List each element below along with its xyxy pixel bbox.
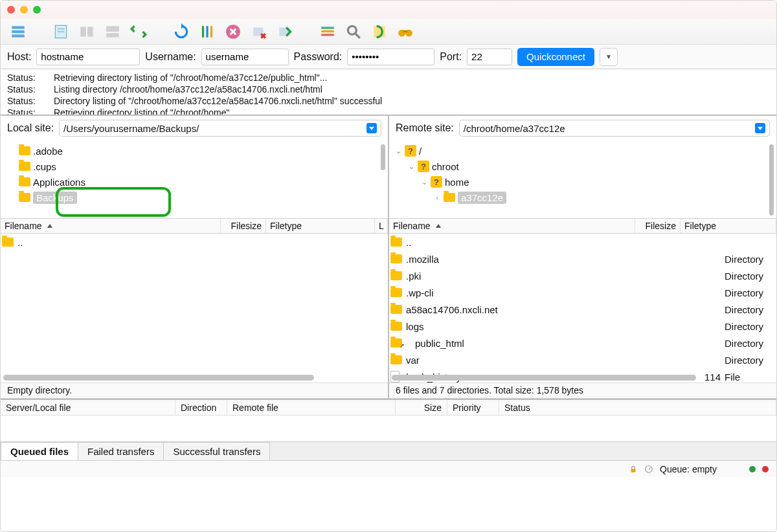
process-queue-icon[interactable] [196, 22, 218, 41]
log-row: Status:Retrieving directory listing of "… [7, 107, 770, 116]
quickconnect-bar: Host: Username: Password: Port: Quickcon… [1, 45, 776, 69]
queue-body[interactable] [1, 416, 776, 441]
cancel-icon[interactable] [222, 22, 244, 41]
folder-icon [19, 146, 30, 155]
tree-item[interactable]: Applications [6, 174, 383, 190]
search-icon[interactable] [343, 22, 365, 41]
refresh-icon[interactable] [170, 22, 192, 41]
password-label: Password: [294, 51, 343, 63]
scrollbar[interactable] [3, 375, 314, 381]
unknown-folder-icon: ? [431, 176, 442, 188]
list-item[interactable]: varDirectory [389, 351, 776, 368]
col-priority[interactable]: Priority [447, 400, 499, 415]
toggle-tree-icon[interactable] [76, 22, 98, 41]
svg-rect-13 [321, 27, 334, 28]
speed-limit-icon[interactable] [644, 465, 653, 474]
col-filename[interactable]: Filename [389, 219, 635, 233]
local-pane: Local site: /Users/yourusername/Backups/… [1, 116, 389, 398]
remote-path-input[interactable]: /chroot/home/a37cc12e [459, 120, 770, 137]
list-item[interactable]: ↗public_htmlDirectory [389, 335, 776, 351]
col-direction[interactable]: Direction [175, 400, 227, 415]
chevron-down-icon[interactable]: ⌄ [394, 147, 402, 155]
tree-item[interactable]: ⌄?/ [394, 143, 771, 159]
tab-successful[interactable]: Successful transfers [163, 442, 270, 460]
local-status: Empty directory. [1, 382, 388, 398]
list-item[interactable]: .. [1, 234, 388, 250]
folder-icon [390, 254, 402, 263]
tab-queued[interactable]: Queued files [1, 442, 78, 460]
tree-item[interactable]: .adobe [6, 143, 383, 159]
local-site-label: Local site: [7, 122, 54, 134]
quickconnect-dropdown[interactable]: ▼ [600, 48, 618, 66]
local-file-header: Filename Filesize Filetype L [1, 218, 388, 234]
port-input[interactable] [467, 49, 512, 65]
list-item[interactable]: .pkiDirectory [389, 267, 776, 284]
svg-rect-8 [106, 26, 119, 32]
folder-icon [19, 162, 30, 171]
filter-icon[interactable] [317, 22, 339, 41]
chevron-down-icon[interactable]: ⌄ [407, 162, 415, 171]
local-path-input[interactable]: /Users/yourusername/Backups/ [59, 120, 381, 137]
col-server[interactable]: Server/Local file [1, 400, 175, 415]
svg-rect-15 [321, 34, 334, 36]
sync-browse-icon[interactable] [128, 22, 150, 41]
col-filesize[interactable]: Filesize [635, 219, 681, 233]
tab-failed[interactable]: Failed transfers [78, 442, 164, 460]
remote-tree[interactable]: ⌄?/ ⌄?chroot ⌄?home ›a37cc12e [389, 140, 776, 218]
col-size[interactable]: Size [396, 400, 447, 415]
maximize-icon[interactable] [33, 6, 41, 14]
close-icon[interactable] [7, 6, 15, 14]
local-file-list[interactable]: .. [1, 234, 388, 382]
local-tree[interactable]: .adobe .cups Applications Backups [1, 140, 388, 218]
remote-file-list[interactable]: ...mozillaDirectory.pkiDirectory.wp-cliD… [389, 234, 776, 382]
list-item[interactable]: a58ac14706.nxcli.netDirectory [389, 301, 776, 318]
host-input[interactable] [36, 49, 140, 65]
lock-icon[interactable] [629, 465, 638, 474]
scrollbar[interactable] [769, 144, 774, 216]
remote-pane: Remote site: /chroot/home/a37cc12e ⌄?/ ⌄… [389, 116, 776, 398]
status-dot-green [749, 466, 756, 472]
tree-item[interactable]: ›a37cc12e [394, 190, 771, 205]
chevron-down-icon[interactable] [755, 123, 765, 133]
col-remote[interactable]: Remote file [227, 400, 396, 415]
folder-icon [390, 271, 402, 280]
list-item[interactable]: .. [389, 234, 776, 250]
username-input[interactable] [201, 49, 289, 65]
queue-header: Server/Local file Direction Remote file … [1, 400, 776, 416]
tree-item[interactable]: ⌄?home [394, 174, 771, 190]
minimize-icon[interactable] [20, 6, 28, 14]
toggle-queue-icon[interactable] [102, 22, 124, 41]
statusbar: Queue: empty [1, 460, 776, 477]
col-filetype[interactable]: Filetype [266, 219, 375, 233]
list-item[interactable]: .wp-cliDirectory [389, 284, 776, 301]
scrollbar[interactable] [381, 144, 385, 170]
tree-item[interactable]: .cups [6, 159, 383, 174]
col-lastmod[interactable]: L [375, 219, 388, 233]
disconnect-icon[interactable] [248, 22, 270, 41]
chevron-down-icon[interactable] [366, 123, 377, 133]
col-status[interactable]: Status [499, 400, 776, 415]
reconnect-icon[interactable] [274, 22, 296, 41]
binoculars-icon[interactable] [394, 22, 416, 41]
site-manager-icon[interactable] [7, 22, 29, 41]
chevron-down-icon[interactable]: ⌄ [420, 178, 428, 186]
log-row: Status:Directory listing of "/chroot/hom… [7, 95, 770, 107]
folder-icon [390, 322, 402, 331]
quickconnect-button[interactable]: Quickconnect [517, 48, 594, 66]
folder-icon [444, 193, 455, 202]
tree-item-backups[interactable]: Backups [6, 190, 383, 205]
folder-icon [390, 288, 402, 297]
message-log[interactable]: Status:Retrieving directory listing of "… [1, 69, 776, 116]
password-input[interactable] [347, 49, 434, 65]
col-filetype[interactable]: Filetype [681, 219, 776, 233]
list-item[interactable]: .mozillaDirectory [389, 250, 776, 267]
col-filesize[interactable]: Filesize [221, 219, 266, 233]
svg-rect-2 [12, 34, 25, 37]
list-item[interactable]: logsDirectory [389, 318, 776, 335]
scrollbar[interactable] [392, 375, 696, 381]
tree-item[interactable]: ⌄?chroot [394, 159, 771, 174]
chevron-right-icon[interactable]: › [433, 194, 441, 201]
compare-icon[interactable] [368, 22, 390, 41]
toggle-log-icon[interactable] [50, 22, 72, 41]
col-filename[interactable]: Filename [1, 219, 221, 233]
